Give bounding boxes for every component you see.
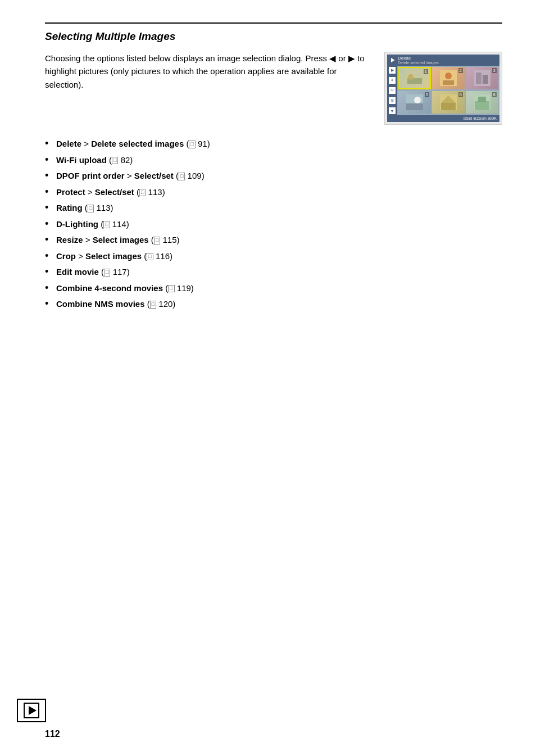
play-icon xyxy=(390,57,396,63)
feature-list: Delete > Delete selected images (□ 91) W… xyxy=(45,136,502,313)
list-item: Edit movie (□ 117) xyxy=(45,264,502,280)
item-bold: Delete xyxy=(56,139,81,148)
list-item: D-Lighting (□ 114) xyxy=(45,216,502,233)
ref-icon: □ xyxy=(147,253,153,261)
camera-thumb-4: 5 xyxy=(398,91,431,114)
item-bold2: Delete selected images xyxy=(91,139,184,148)
camera-icon-crop: ✂ xyxy=(389,87,396,94)
list-item: Wi-Fi upload (□ 82) xyxy=(45,152,502,169)
ref-icon: □ xyxy=(112,157,118,165)
camera-thumb-3: 3 xyxy=(466,67,498,89)
camera-menu-title: Delete xyxy=(398,56,439,61)
svg-rect-17 xyxy=(478,97,486,102)
camera-thumb-2: 2 xyxy=(432,67,465,89)
ref-icon: □ xyxy=(139,189,146,197)
ref-icon: □ xyxy=(150,301,156,309)
item-bold: Rating xyxy=(56,203,83,212)
svg-rect-7 xyxy=(476,73,482,84)
item-bold: D-Lighting xyxy=(56,219,98,229)
list-item: Crop > Select images (□ 116) xyxy=(45,248,502,265)
item-bold: Combine 4-second movies xyxy=(56,283,163,293)
item-bold: Protect xyxy=(56,187,85,197)
camera-thumb-1: 1 xyxy=(398,67,431,89)
item-bold2: Select/set xyxy=(95,187,134,197)
item-bold: Combine NMS movies xyxy=(56,299,145,309)
camera-thumbnail-grid: 1 2 3 5 xyxy=(397,66,499,115)
play-badge-inner xyxy=(24,703,39,718)
ref-icon: □ xyxy=(168,285,174,293)
thumb-num-5: 6 xyxy=(458,92,463,97)
thumb-num-2: 2 xyxy=(458,68,463,73)
item-bold: Resize xyxy=(56,235,83,245)
camera-icon-arrow: ▼ xyxy=(389,107,396,114)
list-item: Rating (□ 113) xyxy=(45,200,502,216)
thumb-num-4: 5 xyxy=(425,92,429,97)
item-bold2: Select/set xyxy=(134,171,174,180)
thumb-num-6: 8 xyxy=(492,92,497,97)
thumb-num-1: 1 xyxy=(424,69,428,74)
svg-rect-16 xyxy=(475,101,489,110)
svg-rect-10 xyxy=(406,103,423,110)
ref-icon: □ xyxy=(103,221,110,229)
svg-rect-5 xyxy=(443,80,454,85)
camera-screen-inner: Delete Delete selected images ▶ ✦ ✂ ⚙ ▼ xyxy=(387,55,499,122)
ref-icon: □ xyxy=(189,141,195,148)
svg-point-4 xyxy=(445,73,452,79)
item-bold2: Select images xyxy=(93,235,149,245)
camera-icon-settings: ⚙ xyxy=(389,97,396,104)
ref-icon: □ xyxy=(179,173,185,180)
list-item: DPOF print order > Select/set (□ 109) xyxy=(45,168,502,184)
camera-screen-mockup: Delete Delete selected images ▶ ✦ ✂ ⚙ ▼ xyxy=(384,52,502,125)
top-section: Choosing the options listed below displa… xyxy=(45,52,502,125)
list-item: Protect > Select/set (□ 113) xyxy=(45,184,502,201)
list-item: Combine 4-second movies (□ 119) xyxy=(45,280,502,297)
camera-menu-bar: Delete Delete selected images xyxy=(387,55,499,66)
camera-thumb-5: 6 xyxy=(432,91,465,114)
item-bold: DPOF print order xyxy=(56,171,125,180)
svg-rect-13 xyxy=(441,103,456,110)
list-item: Combine NMS movies (□ 120) xyxy=(45,296,502,313)
svg-point-2 xyxy=(408,74,414,80)
camera-icon-star: ✦ xyxy=(389,77,396,84)
item-bold: Crop xyxy=(56,251,76,261)
camera-bottom-text: ⊙Set ⊕Zoom ⊞OK xyxy=(463,116,497,121)
camera-sidebar: ▶ ✦ ✂ ⚙ ▼ 1 2 xyxy=(387,66,499,115)
item-bold: Edit movie xyxy=(56,267,99,277)
item-bold: Wi-Fi upload xyxy=(56,155,107,165)
ref-icon: □ xyxy=(88,205,94,212)
play-badge-outer xyxy=(17,699,46,722)
list-item: Delete > Delete selected images (□ 91) xyxy=(45,136,502,152)
playback-badge xyxy=(17,699,46,722)
camera-bottom-bar: ⊙Set ⊕Zoom ⊞OK xyxy=(387,115,499,122)
intro-paragraph: Choosing the options listed below displa… xyxy=(45,53,364,89)
thumb-num-3: 3 xyxy=(492,68,497,73)
ref-icon: □ xyxy=(104,269,110,277)
camera-icon-play: ▶ xyxy=(389,67,396,74)
item-bold2: Select images xyxy=(85,251,142,261)
svg-rect-8 xyxy=(483,75,488,84)
page-number: 112 xyxy=(45,729,60,739)
camera-left-icons: ▶ ✦ ✂ ⚙ ▼ xyxy=(387,66,397,115)
camera-thumb-6: 8 xyxy=(466,91,498,114)
list-item: Resize > Select images (□ 115) xyxy=(45,232,502,248)
section-title: Selecting Multiple Images xyxy=(45,22,502,43)
ref-icon: □ xyxy=(154,237,160,245)
svg-point-11 xyxy=(414,97,421,103)
page-content: Selecting Multiple Images Choosing the o… xyxy=(0,0,536,346)
play-triangle-icon xyxy=(29,706,37,715)
intro-text: Choosing the options listed below displa… xyxy=(45,52,373,125)
camera-menu-sub: Delete selected images xyxy=(398,61,439,65)
